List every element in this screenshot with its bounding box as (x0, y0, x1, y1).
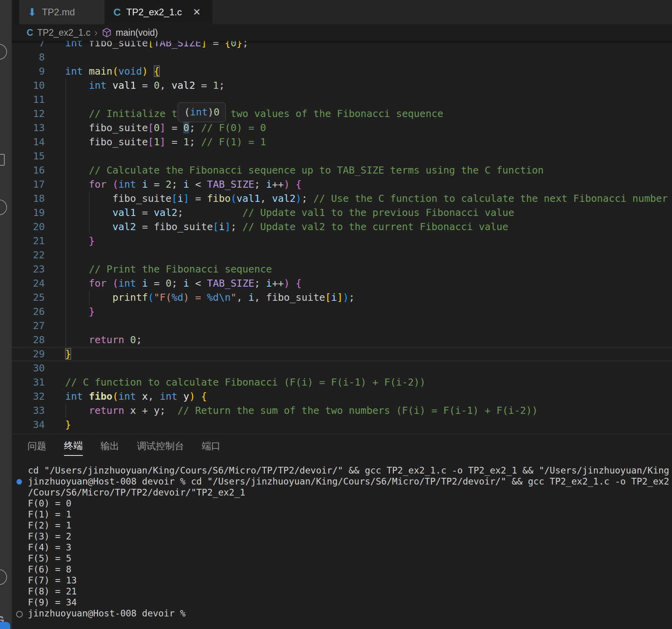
code-token: ] (160, 136, 166, 148)
breadcrumb-file[interactable]: TP2_ex2_1.c (37, 27, 91, 38)
code-token: 0 (166, 278, 172, 289)
code-line-9[interactable]: int main(void) { (65, 64, 160, 79)
code-token: i (248, 292, 254, 303)
close-icon[interactable]: ✕ (193, 7, 201, 18)
line-number[interactable]: 13 (12, 121, 45, 135)
code-token: ; (243, 41, 248, 49)
code-token: val2 (272, 193, 296, 204)
code-token (136, 278, 142, 289)
code-token: 1 (154, 136, 160, 148)
line-number[interactable]: 14 (12, 135, 45, 149)
code-line-31[interactable]: // C function to calculate Fibonacci (F(… (65, 375, 425, 389)
line-number[interactable]: 25 (12, 291, 45, 305)
panel-tab-ports[interactable]: 端口 (202, 437, 221, 455)
code-token: // C function to calculate Fibonacci (F(… (65, 377, 425, 388)
code-token: TAB_SIZE (207, 278, 254, 289)
line-number[interactable]: 27 (12, 319, 45, 333)
code-token (106, 179, 112, 190)
line-number[interactable]: 21 (12, 234, 45, 248)
code-token: int (119, 391, 136, 402)
line-number[interactable]: 30 (12, 361, 45, 375)
code-token: ( (112, 179, 118, 190)
terminal-command-decoration-icon[interactable] (16, 479, 22, 485)
terminal-output[interactable]: cd "/Users/jinzhuoyuan/King/Cours/S6/Mic… (12, 465, 672, 629)
code-token: int (119, 278, 136, 289)
code-line-17[interactable]: for (int i = 2; i < TAB_SIZE; i++) { (65, 177, 301, 192)
code-token: [ (148, 136, 154, 148)
code-line-23[interactable]: // Print the Fibonacci sequence (65, 262, 272, 276)
code-token: ( (112, 278, 118, 289)
terminal-prompt-decoration-icon[interactable] (16, 611, 23, 618)
panel-tab-problems[interactable]: 问题 (27, 437, 46, 455)
line-number[interactable]: 22 (12, 248, 45, 262)
tab-label: TP2.md (42, 7, 75, 18)
line-number[interactable]: 15 (12, 149, 45, 163)
line-number[interactable]: 11 (12, 93, 45, 107)
panel-tab-debug-console[interactable]: 调试控制台 (137, 437, 184, 455)
line-number[interactable]: 8 (12, 50, 45, 64)
line-number[interactable]: 9 (12, 64, 45, 79)
code-token: fibo_suite (65, 193, 172, 204)
code-line-19[interactable]: val1 = val2; // Update val1 to the previ… (65, 206, 514, 220)
code-line-20[interactable]: val2 = fibo_suite[i]; // Update val2 to … (65, 220, 508, 234)
code-area[interactable]: (int)0 7int fibo_suite[TAB_SIZE] = {0};8… (12, 41, 672, 434)
line-number[interactable]: 7 (12, 41, 45, 50)
code-line-10[interactable]: int val1 = 0, val2 = 1; (65, 79, 225, 93)
code-line-28[interactable]: return 0; (65, 333, 142, 347)
line-number[interactable]: 19 (12, 206, 45, 220)
line-number[interactable]: 31 (12, 375, 45, 389)
code-token: ) (284, 278, 290, 289)
code-line-14[interactable]: fibo_suite[1] = 1; // F(1) = 1 (65, 135, 266, 149)
account-blue-icon[interactable] (0, 622, 10, 629)
code-line-25[interactable]: printf("F(%d) = %d\n", i, fibo_suite[i])… (65, 291, 355, 305)
line-number[interactable]: 12 (12, 107, 45, 121)
panel-tab-output[interactable]: 输出 (100, 437, 119, 455)
activity-partial-circle-icon[interactable] (0, 199, 7, 215)
code-line-34[interactable]: } (65, 418, 71, 432)
editor-tab-bar: ⬇ TP2.md C TP2_ex2_1.c ✕ (12, 0, 672, 24)
tab-tp2-ex2-1-c[interactable]: C TP2_ex2_1.c ✕ (105, 0, 212, 24)
code-token: val1 (237, 193, 260, 204)
code-token: i (142, 278, 148, 289)
line-number[interactable]: 28 (12, 333, 45, 347)
line-number[interactable]: 20 (12, 220, 45, 234)
line-number[interactable]: 18 (12, 192, 45, 206)
code-line-24[interactable]: for (int i = 0; i < TAB_SIZE; i++) { (65, 276, 301, 291)
code-token: = (136, 80, 154, 91)
activity-partial-circle-icon[interactable] (0, 569, 7, 585)
code-token: x (142, 391, 148, 402)
line-number[interactable]: 24 (12, 276, 45, 291)
activity-partial-square-icon[interactable] (0, 154, 5, 166)
code-line-13[interactable]: fibo_suite[0] = 0; // F(0) = 0 (65, 121, 266, 135)
line-number[interactable]: 26 (12, 305, 45, 319)
code-line-26[interactable]: } (65, 305, 95, 319)
breadcrumb-separator: › (94, 27, 98, 39)
code-line-21[interactable]: } (65, 234, 95, 248)
code-line-7[interactable]: int fibo_suite[TAB_SIZE] = {0}; (65, 41, 248, 50)
line-number[interactable]: 23 (12, 262, 45, 276)
line-number[interactable]: 32 (12, 389, 45, 404)
code-line-33[interactable]: return x + y; // Return the sum of the t… (65, 404, 538, 418)
line-number[interactable]: 34 (12, 418, 45, 432)
line-number[interactable]: 10 (12, 79, 45, 93)
breadcrumb-symbol[interactable]: main(void) (116, 27, 158, 38)
code-line-29[interactable]: } (65, 347, 71, 361)
code-token: fibo (207, 193, 230, 204)
line-number[interactable]: 33 (12, 404, 45, 418)
line-number[interactable]: 16 (12, 163, 45, 177)
code-line-32[interactable]: int fibo(int x, int y) { (65, 389, 207, 404)
code-token: int (65, 391, 83, 402)
line-number[interactable]: 17 (12, 177, 45, 192)
tab-tp2-md[interactable]: ⬇ TP2.md (19, 0, 105, 24)
tooltip-paren: ) (208, 106, 214, 118)
panel-tab-terminal[interactable]: 终端 (64, 436, 83, 456)
code-line-18[interactable]: fibo_suite[i] = fibo(val1, val2); // Use… (65, 192, 668, 206)
code-token: ++ (272, 179, 284, 190)
code-line-16[interactable]: // Calculate the Fibonacci sequence up t… (65, 163, 544, 177)
line-number[interactable]: 29 (12, 347, 45, 361)
code-token: // F(1) = 1 (201, 136, 266, 148)
terminal-line-12: F(9) = 34 (28, 597, 672, 608)
code-token: " (231, 292, 237, 303)
activity-partial-circle-icon[interactable] (0, 44, 7, 60)
code-line-12[interactable]: // Initialize the first two values of th… (65, 107, 443, 121)
